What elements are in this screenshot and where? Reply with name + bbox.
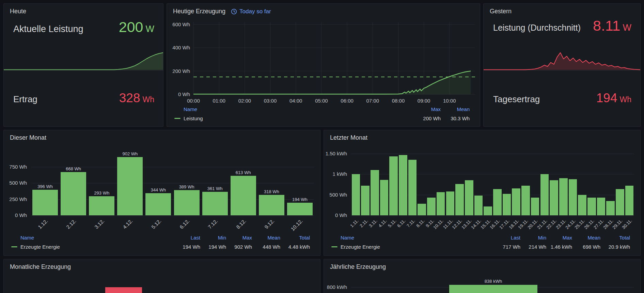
panel-title-heutige-erzeugung[interactable]: Heutige Erzeugung <box>173 8 225 15</box>
stat-number: 194 <box>596 91 617 105</box>
bar-3.12.[interactable] <box>89 196 114 215</box>
bar-1.12.[interactable] <box>32 190 58 215</box>
bar-12.11.[interactable] <box>455 184 464 215</box>
svg-text:07:00: 07:00 <box>366 98 379 104</box>
bar-30.11.[interactable] <box>625 186 634 215</box>
x-axis-tick: 3.11. <box>368 218 378 229</box>
series-max-value: 1.46 kWh <box>546 244 572 250</box>
panel-title-jaehrliche-erzeugung[interactable]: Jährliche Erzeugung <box>330 263 386 271</box>
jaehrliche-bar[interactable] <box>449 285 537 293</box>
bar-28.11.[interactable] <box>606 201 615 215</box>
bar-20.11.[interactable] <box>531 198 539 215</box>
bar-21.11.[interactable] <box>540 174 549 215</box>
bar-27.11.[interactable] <box>597 198 606 215</box>
bar-9.11.[interactable] <box>427 198 436 215</box>
svg-text:400 Wh: 400 Wh <box>172 45 190 50</box>
monatliche-bar[interactable] <box>105 287 142 293</box>
series-total-value: 20.9 kWh <box>600 244 630 250</box>
bar-6.12.[interactable] <box>174 190 200 215</box>
x-axis-tick: 10.11. <box>432 218 444 230</box>
legend-header-row: Name Max Mean <box>167 105 480 114</box>
legend-header-mean[interactable]: Mean <box>441 106 470 112</box>
legend-header-name[interactable]: Name <box>184 106 197 112</box>
legend-header-max[interactable]: Max <box>412 106 441 112</box>
bar-9.12.[interactable] <box>259 195 284 215</box>
panel-title-gestern[interactable]: Gestern <box>490 8 512 15</box>
bar-25.11.[interactable] <box>578 195 586 216</box>
x-axis-tick: 8.12. <box>235 218 247 230</box>
bar-5.11.[interactable] <box>389 156 398 215</box>
bar-11.11.[interactable] <box>446 191 455 215</box>
x-axis-tick: 4.12. <box>122 218 134 230</box>
bar-13.11.[interactable] <box>465 180 473 215</box>
legend-header-total[interactable]: Total <box>280 235 310 241</box>
legend-header-max[interactable]: Max <box>226 235 252 241</box>
today-so-far-label: Today so far <box>239 8 271 15</box>
dieser-monat-chart[interactable]: 0 Wh250 Wh500 Wh750 Wh396 Wh1.12.668 Wh2… <box>4 144 320 239</box>
bar-17.11.[interactable] <box>503 194 511 215</box>
x-axis-tick: 27.11. <box>593 218 605 230</box>
bar-2.12.[interactable] <box>61 172 86 215</box>
bar-26.11.[interactable] <box>587 198 596 215</box>
heutige-erzeugung-chart[interactable]: 00:0001:0002:0003:0004:0005:0006:0007:00… <box>167 17 480 107</box>
svg-text:06:00: 06:00 <box>341 98 354 104</box>
bar-7.12.[interactable] <box>202 192 228 215</box>
bar-5.12.[interactable] <box>145 193 171 215</box>
legend-header-name[interactable]: Name <box>341 235 354 241</box>
legend-header-max[interactable]: Max <box>546 235 572 241</box>
panel-title-heute[interactable]: Heute <box>10 8 26 15</box>
bar-10.11.[interactable] <box>437 192 445 215</box>
bar-1.11.[interactable] <box>352 174 360 215</box>
bar-16.11.[interactable] <box>493 189 502 216</box>
bar-8.11.[interactable] <box>418 204 426 215</box>
x-axis-tick: 24.11. <box>564 218 577 230</box>
bar-14.11.[interactable] <box>474 196 483 215</box>
bar-8.12.[interactable] <box>231 176 256 216</box>
series-name[interactable]: Erzeugte Energie <box>20 244 60 250</box>
x-axis-tick: 6.12. <box>178 218 190 230</box>
bar-15.11.[interactable] <box>484 206 492 215</box>
svg-text:00:00: 00:00 <box>187 98 200 104</box>
panel-title-monatliche-erzeugung[interactable]: Monatliche Erzeugung <box>10 263 71 271</box>
bar-7.11.[interactable] <box>408 160 417 215</box>
panel-title-dieser-monat[interactable]: Dieser Monat <box>10 134 46 141</box>
legend-header-mean[interactable]: Mean <box>252 235 280 241</box>
bar-4.11.[interactable] <box>380 180 389 215</box>
bar-22.11.[interactable] <box>550 180 558 215</box>
heute-sparkline <box>4 51 163 70</box>
bar-value-label: 396 Wh <box>31 184 59 189</box>
stat-divider <box>4 70 163 71</box>
panel-title-letzter-monat[interactable]: Letzter Monat <box>330 134 367 141</box>
legend-header-name[interactable]: Name <box>20 235 34 241</box>
y-axis-tick: 0 Wh <box>4 212 27 218</box>
legend-header-last[interactable]: Last <box>174 235 200 241</box>
today-so-far-link[interactable]: Today so far <box>231 8 271 15</box>
bar-23.11.[interactable] <box>559 178 568 215</box>
stat-label-leistung-durchschnitt: Leistung (Durchschnitt) <box>493 23 581 33</box>
svg-text:04:00: 04:00 <box>289 98 302 104</box>
series-name[interactable]: Leistung <box>184 115 203 121</box>
stat-label-ertrag: Ertrag <box>13 94 37 105</box>
legend-header-mean[interactable]: Mean <box>572 235 600 241</box>
stat-unit: Wh <box>143 95 155 104</box>
bar-18.11.[interactable] <box>512 188 520 215</box>
letzter-monat-chart[interactable]: 0 Wh500 Wh1 kWh1.50 kWh1.11.2.11.3.11.4.… <box>324 144 640 239</box>
bar-2.11.[interactable] <box>361 186 370 215</box>
legend-header-min[interactable]: Min <box>200 235 226 241</box>
bar-29.11.[interactable] <box>616 189 624 216</box>
x-axis-tick: 14.11. <box>470 218 482 230</box>
series-name[interactable]: Erzeugte Energie <box>341 244 380 250</box>
legend-header-min[interactable]: Min <box>520 235 546 241</box>
legend-header-total[interactable]: Total <box>600 235 630 241</box>
bar-4.12.[interactable] <box>117 157 143 215</box>
bar-3.11.[interactable] <box>371 170 379 215</box>
x-axis-tick: 8.11. <box>415 218 426 229</box>
bar-24.11.[interactable] <box>569 179 577 216</box>
svg-text:02:00: 02:00 <box>238 98 251 104</box>
bar-6.11.[interactable] <box>399 155 407 215</box>
bar-10.12.[interactable] <box>287 203 313 215</box>
x-axis-tick: 23.11. <box>555 218 567 230</box>
svg-text:10:00: 10:00 <box>443 98 456 104</box>
legend-header-last[interactable]: Last <box>494 235 520 241</box>
bar-19.11.[interactable] <box>521 186 530 215</box>
